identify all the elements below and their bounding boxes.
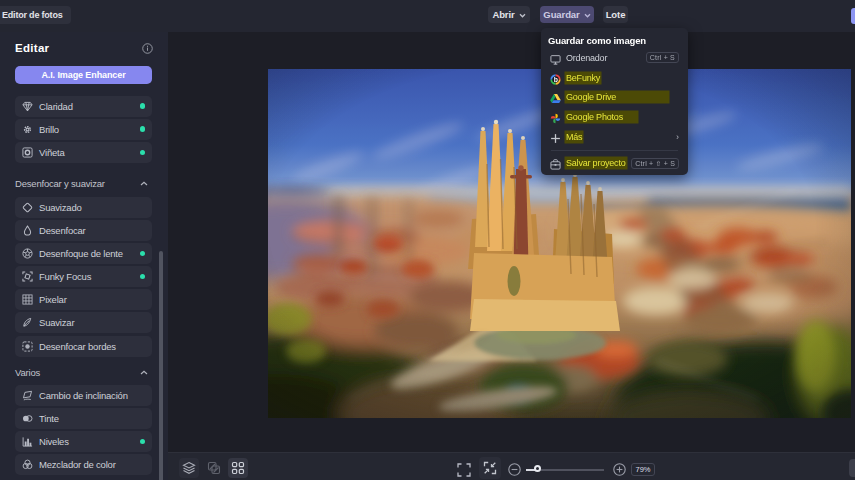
svg-text:b: b [554,75,558,82]
